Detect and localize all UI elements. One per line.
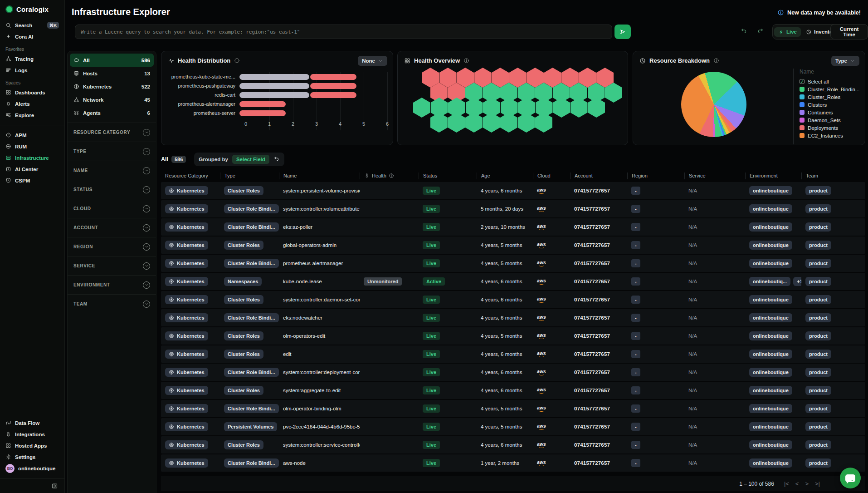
team-tag[interactable]: product xyxy=(805,368,831,377)
resource-breakdown-groupby-dropdown[interactable]: Type xyxy=(831,56,859,66)
current-time-button[interactable]: Current Time xyxy=(830,24,868,39)
category-tag[interactable]: Kubernetes xyxy=(165,331,208,340)
quick-filter-network[interactable]: Network45 xyxy=(70,93,154,106)
environment-tag[interactable]: onlineboutiq... xyxy=(749,277,790,286)
type-tag[interactable]: Cluster Role Bindi... xyxy=(224,458,279,468)
column-header-service[interactable]: Service xyxy=(684,173,745,179)
legend-item[interactable]: Cluster_Roles xyxy=(800,93,861,101)
expand-filter-icon[interactable] xyxy=(143,205,150,212)
environment-tag[interactable]: onlineboutique xyxy=(749,186,792,195)
expand-filter-icon[interactable] xyxy=(143,186,150,193)
redo-button[interactable] xyxy=(757,27,764,35)
quick-filter-kubernetes[interactable]: Kubernetes522 xyxy=(70,80,154,93)
team-tag[interactable]: product xyxy=(805,241,831,250)
undo-button[interactable] xyxy=(741,27,747,35)
bar-segment-unknown[interactable] xyxy=(239,74,309,80)
legend-item[interactable]: Daemon_Sets xyxy=(800,116,861,124)
table-row[interactable]: KubernetesCluster RoleseditLive4 years, … xyxy=(161,345,865,363)
resource-name[interactable]: system:controller:deployment-contr xyxy=(283,370,360,375)
sidebar-item-cspm[interactable]: CSPM xyxy=(5,175,60,186)
resource-breakdown-pie[interactable] xyxy=(681,72,746,137)
filter-section-account[interactable]: ACCOUNT xyxy=(68,218,156,237)
type-tag[interactable]: Cluster Role Bindi... xyxy=(224,313,279,322)
category-tag[interactable]: Kubernetes xyxy=(165,241,208,250)
hex-healthy[interactable] xyxy=(535,113,552,133)
expand-filter-icon[interactable] xyxy=(143,224,150,232)
category-tag[interactable]: Kubernetes xyxy=(165,440,208,449)
sidebar-item-cora-ai[interactable]: Cora AI xyxy=(5,31,60,42)
bar-segment-unhealthy[interactable] xyxy=(239,110,286,116)
category-tag[interactable]: Kubernetes xyxy=(165,222,208,232)
team-tag[interactable]: product xyxy=(805,186,831,195)
team-tag[interactable]: product xyxy=(805,440,831,449)
type-tag[interactable]: Cluster Role Bindi... xyxy=(224,259,279,268)
table-row[interactable]: KubernetesNamespaceskube-node-leaseUnmon… xyxy=(161,273,865,290)
expand-filter-icon[interactable] xyxy=(143,148,150,155)
environment-tag[interactable]: onlineboutique xyxy=(749,295,792,304)
team-tag[interactable]: product xyxy=(805,222,831,232)
resource-name[interactable]: system:aggregate-to-edit xyxy=(283,388,341,393)
environment-tag[interactable]: onlineboutique xyxy=(749,241,792,250)
brand-logo[interactable]: Coralogix xyxy=(5,5,60,13)
environment-tag[interactable]: onlineboutique xyxy=(749,422,792,431)
table-row[interactable]: KubernetesCluster Rolessystem:persistent… xyxy=(161,182,865,199)
resource-name[interactable]: pvc-2cce4164-044d-4b6d-95bc-53 xyxy=(283,424,360,429)
environment-tag[interactable]: onlineboutique xyxy=(749,204,792,213)
column-header-age[interactable]: Age xyxy=(477,173,533,179)
quick-filter-all[interactable]: All586 xyxy=(70,54,154,67)
sidebar-item-settings[interactable]: Settings xyxy=(5,451,60,463)
hex-healthy[interactable] xyxy=(448,113,465,133)
expand-filter-icon[interactable] xyxy=(143,243,150,251)
hex-healthy[interactable] xyxy=(500,113,517,133)
legend-item[interactable]: Deployments xyxy=(800,124,861,132)
info-icon[interactable] xyxy=(463,58,469,64)
hex-healthy[interactable] xyxy=(413,98,430,118)
expand-filter-icon[interactable] xyxy=(143,262,150,270)
environment-tag[interactable]: onlineboutique xyxy=(749,368,792,377)
environment-tag[interactable]: onlineboutique xyxy=(749,350,792,359)
table-row[interactable]: KubernetesCluster Role Bindi...eks:nodew… xyxy=(161,309,865,326)
collapse-sidebar-icon[interactable] xyxy=(51,483,58,489)
filter-section-status[interactable]: STATUS xyxy=(68,180,156,199)
expand-filter-icon[interactable] xyxy=(143,167,150,174)
type-tag[interactable]: Cluster Roles xyxy=(224,186,263,195)
type-tag[interactable]: Cluster Role Bindi... xyxy=(224,222,279,232)
category-tag[interactable]: Kubernetes xyxy=(165,277,208,286)
legend-item[interactable]: Containers xyxy=(800,108,861,116)
environment-tag[interactable]: onlineboutique xyxy=(749,259,792,268)
team-tag[interactable]: product xyxy=(805,313,831,322)
team-tag[interactable]: product xyxy=(805,386,831,395)
bar-segment-unhealthy[interactable] xyxy=(239,101,286,107)
table-row[interactable]: KubernetesCluster Rolessystem:controller… xyxy=(161,291,865,308)
column-header-environment[interactable]: Environment xyxy=(745,173,801,179)
quick-filter-hosts[interactable]: Hosts13 xyxy=(70,67,154,80)
filter-section-team[interactable]: TEAM xyxy=(68,294,156,313)
next-page-button[interactable]: > xyxy=(805,480,809,487)
team-tag[interactable]: product xyxy=(805,422,831,431)
type-tag[interactable]: Namespaces xyxy=(224,277,262,286)
sidebar-item-alerts[interactable]: Alerts xyxy=(5,98,60,109)
resource-name[interactable]: aws-node xyxy=(283,460,306,466)
filter-section-name[interactable]: NAME xyxy=(68,161,156,180)
table-row[interactable]: KubernetesCluster Role Bindi...prometheu… xyxy=(161,255,865,272)
legend-item[interactable]: Cluster_Role_Bindin... xyxy=(800,85,861,93)
bar-segment-unhealthy[interactable] xyxy=(310,92,356,98)
table-row[interactable]: KubernetesCluster Rolesolm-operators-edi… xyxy=(161,327,865,345)
sidebar-item-apm[interactable]: APM xyxy=(5,129,60,141)
filter-section-environment[interactable]: ENVIRONMENT xyxy=(68,275,156,294)
sidebar-item-dashboards[interactable]: Dashboards xyxy=(5,87,60,98)
filter-section-cloud[interactable]: CLOUD xyxy=(68,199,156,218)
resource-name[interactable]: prometheus-alertmanager xyxy=(283,261,343,266)
last-page-button[interactable]: >| xyxy=(815,480,820,487)
column-header-cloud[interactable]: Cloud xyxy=(533,173,570,179)
environment-tag[interactable]: onlineboutique xyxy=(749,404,792,413)
type-tag[interactable]: Cluster Roles xyxy=(224,386,263,395)
first-page-button[interactable]: |< xyxy=(784,480,789,487)
category-tag[interactable]: Kubernetes xyxy=(165,386,208,395)
hex-healthy[interactable] xyxy=(518,113,535,133)
sidebar-item-ai-center[interactable]: AI Center xyxy=(5,163,60,175)
environment-tag[interactable]: onlineboutique xyxy=(749,386,792,395)
category-tag[interactable]: Kubernetes xyxy=(165,259,208,268)
category-tag[interactable]: Kubernetes xyxy=(165,458,208,468)
sidebar-item-rum[interactable]: RUM xyxy=(5,141,60,152)
